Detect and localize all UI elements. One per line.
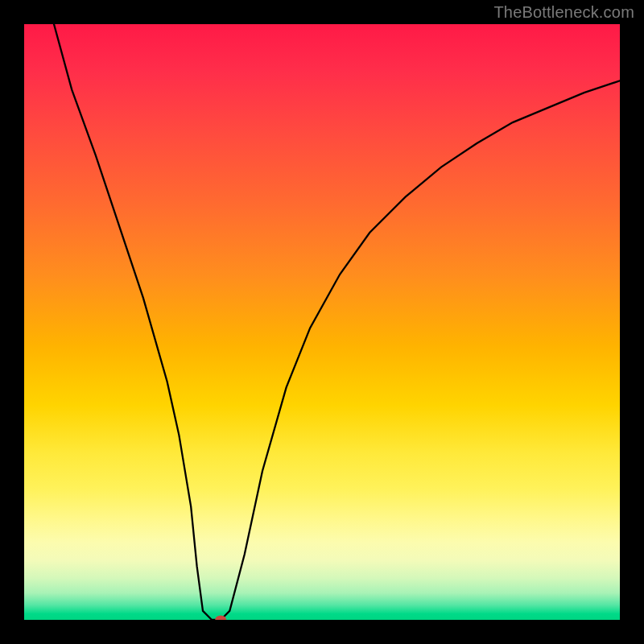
curve-path (54, 24, 620, 620)
watermark-text: TheBottleneck.com (493, 3, 634, 22)
chart-svg (24, 24, 620, 620)
plot-area (24, 24, 620, 620)
chart-frame: TheBottleneck.com (0, 0, 644, 644)
